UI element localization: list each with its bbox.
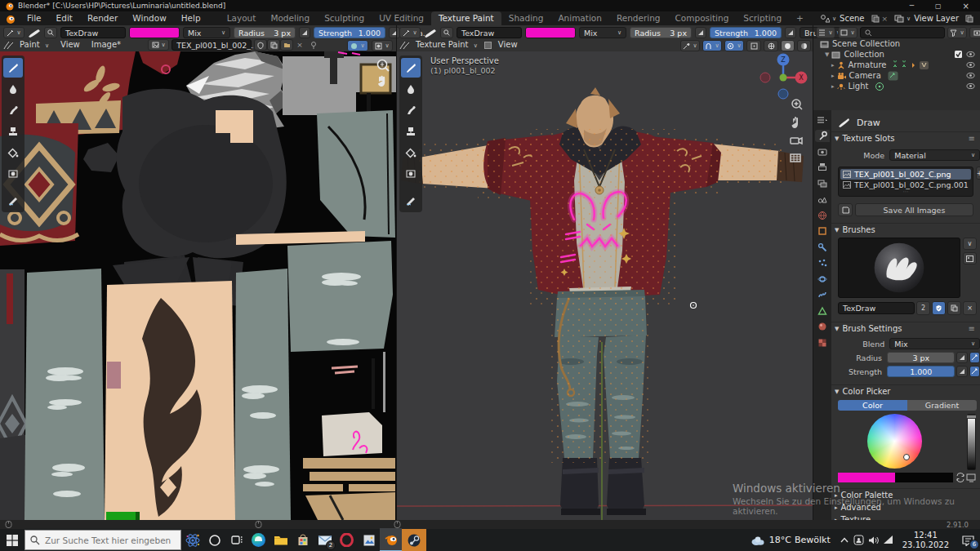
ptab-view-layer[interactable]: [815, 177, 830, 189]
sample-screen-icon[interactable]: [966, 473, 977, 482]
save-all-images-button[interactable]: Save All Images: [855, 203, 973, 216]
ie-tool-mask[interactable]: [3, 164, 23, 184]
outliner-filter-icon[interactable]: ∨: [947, 27, 967, 38]
ptab-object[interactable]: [815, 225, 830, 238]
panel-brushes[interactable]: ▼Brushes: [831, 223, 980, 236]
panel-brush-settings[interactable]: ▼Brush Settings ≡: [831, 322, 980, 335]
ptab-scene[interactable]: [815, 193, 830, 206]
ie-brush-color-swatch[interactable]: [129, 27, 180, 38]
scene-unlink-icon[interactable]: ×: [880, 15, 895, 23]
weather-widget[interactable]: 18°C Bewölkt: [750, 535, 837, 546]
tray-people-icon[interactable]: [852, 529, 866, 551]
ie-menu-view[interactable]: View: [55, 38, 86, 51]
vp-radius-slider[interactable]: Radius3 px: [630, 27, 692, 38]
ie-tool-annotate[interactable]: [3, 190, 23, 210]
texture-paint-canvas[interactable]: [0, 51, 396, 520]
vp-tool-annotate[interactable]: [401, 190, 421, 210]
tab-layout[interactable]: Layout: [220, 11, 264, 25]
ptab-particles[interactable]: [815, 257, 830, 269]
vp-strength-slider[interactable]: Strength1.000: [710, 27, 782, 38]
save-images-icon[interactable]: [838, 203, 853, 216]
search-input[interactable]: [24, 530, 181, 550]
expand-triangle-icon[interactable]: ▼: [825, 51, 829, 58]
vp-snap-magnet-icon[interactable]: ∨: [702, 40, 722, 51]
outliner-filter-id-type[interactable]: ∨: [838, 27, 858, 38]
vp-menu-view[interactable]: View: [492, 38, 523, 51]
vp-tool-soften[interactable]: [401, 79, 421, 99]
hide-eye-icon[interactable]: [966, 50, 975, 59]
ptab-tool[interactable]: [815, 130, 830, 142]
vp-eyedropper-icon[interactable]: ∨: [680, 40, 700, 51]
store-icon[interactable]: [292, 529, 314, 551]
ie-tool-fill[interactable]: [3, 143, 23, 162]
image-editor-type-icon[interactable]: [3, 41, 14, 50]
vp-radius-pressure-icon[interactable]: [695, 27, 706, 38]
brush-preview-dropdown[interactable]: ∨: [963, 238, 977, 250]
action-center-button[interactable]: 6: [956, 529, 980, 551]
vp-tool-smear[interactable]: [401, 100, 421, 120]
primary-color-swatch[interactable]: [838, 473, 895, 482]
brush-custom-icon-button[interactable]: [963, 252, 977, 264]
vp-overlays-icon[interactable]: [764, 40, 778, 51]
color-wheel-cursor[interactable]: [903, 454, 910, 460]
panel-color-palette[interactable]: ▸Color Palette: [831, 488, 980, 501]
ptab-constraints[interactable]: [815, 289, 830, 301]
view-layer-new-icon[interactable]: [965, 15, 973, 23]
menu-render[interactable]: Render: [80, 11, 125, 25]
outliner-row-light[interactable]: ▸ Light: [813, 81, 980, 91]
collection-checkbox[interactable]: [954, 50, 963, 59]
brush-datablock-name[interactable]: TexDraw: [838, 302, 915, 314]
tab-sculpting[interactable]: Sculpting: [317, 11, 372, 25]
brush-users-count[interactable]: 2: [916, 301, 930, 315]
file-explorer-icon[interactable]: [270, 529, 292, 551]
brush-search-icon[interactable]: [44, 27, 57, 38]
mail-icon[interactable]: 2: [314, 529, 336, 551]
vp-cube-icon[interactable]: [483, 41, 492, 50]
view-layer-name[interactable]: View Layer: [911, 14, 965, 23]
hide-eye-icon[interactable]: [966, 71, 975, 80]
ie-image-browse[interactable]: ∨: [148, 39, 169, 51]
ptab-texture[interactable]: [815, 336, 830, 349]
tray-expand-chevron[interactable]: [837, 529, 852, 551]
blend-dropdown[interactable]: Mix∨: [889, 338, 980, 349]
ie-brush-name-field[interactable]: TexDraw: [60, 27, 126, 38]
ie-strength-pressure-icon[interactable]: [389, 27, 400, 38]
secondary-color-swatch[interactable]: [895, 473, 953, 482]
tab-modeling[interactable]: Modeling: [263, 11, 317, 25]
ie-tool-soften[interactable]: [3, 79, 23, 99]
vp-tool-clone[interactable]: [401, 122, 421, 141]
tab-uv-editing[interactable]: UV Editing: [372, 11, 431, 25]
ie-pan-hand-icon[interactable]: [375, 74, 390, 89]
mode-dropdown[interactable]: Material∨: [889, 149, 980, 161]
vp-shading-material-icon[interactable]: [797, 40, 811, 51]
ie-strength-slider[interactable]: Strength1.000: [314, 27, 385, 38]
ie-unlink-icon[interactable]: ×: [293, 41, 306, 49]
maximize-button[interactable]: ▢: [924, 2, 952, 10]
tray-network-icon[interactable]: [881, 529, 896, 551]
cortana-button[interactable]: [203, 529, 225, 551]
ie-menu-image[interactable]: Image*: [86, 38, 127, 51]
radius-pressure-icon[interactable]: [956, 352, 967, 363]
radius-unified-icon[interactable]: [969, 352, 980, 363]
hide-eye-icon[interactable]: [966, 60, 975, 69]
menu-file[interactable]: File: [20, 11, 49, 25]
ie-open-folder-icon[interactable]: [280, 39, 293, 51]
tray-volume-icon[interactable]: [866, 529, 881, 551]
properties-editor-dropdown[interactable]: [815, 113, 830, 126]
ptab-output[interactable]: [815, 162, 830, 174]
ie-pin-icon[interactable]: [310, 41, 318, 49]
panel-advanced[interactable]: ▸Advanced: [831, 501, 980, 513]
strength-pressure-icon[interactable]: [956, 366, 967, 377]
photos-icon[interactable]: [358, 529, 380, 551]
start-button[interactable]: [0, 529, 24, 551]
expand-triangle-icon[interactable]: ▸: [831, 83, 835, 90]
ptab-physics[interactable]: [815, 273, 830, 285]
tab-compositing[interactable]: Compositing: [668, 11, 737, 25]
editor-divider[interactable]: [396, 25, 397, 520]
panel-texture-slots[interactable]: ▼Texture Slots ≡: [831, 131, 980, 144]
texture-slot-item[interactable]: TEX_pl001_bl_002_C.png: [840, 169, 971, 180]
taskbar-search[interactable]: [24, 530, 181, 550]
vp-tool-fill[interactable]: [401, 143, 421, 162]
ie-tool-dropdown[interactable]: ∨: [3, 27, 24, 38]
vp-proportional-edit-icon[interactable]: ∨: [724, 40, 744, 51]
